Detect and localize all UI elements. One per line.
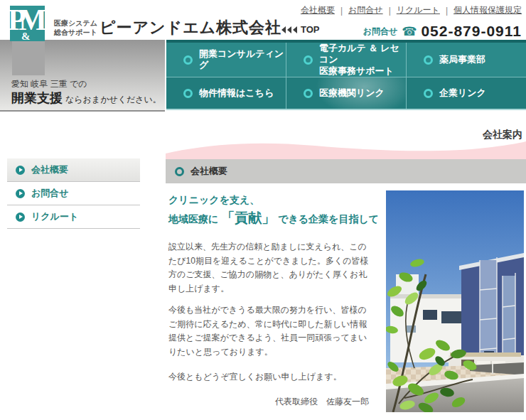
tagline-line2: 総合サポート <box>54 28 97 37</box>
nav-label: 物件情報はこちら <box>199 87 274 99</box>
nav-item-ehr-support[interactable]: 電子カルテ ＆ レセコン医療事務サポート <box>286 43 406 77</box>
divider <box>446 6 448 16</box>
nav-label: 医療機関リンク <box>319 87 385 99</box>
heading-line2-emphasis: 「貢献」 <box>221 210 275 225</box>
top-link-company-overview[interactable]: 会社概要 <box>301 4 335 16</box>
ring-bullet-icon <box>424 55 433 65</box>
sidebar-item-contact[interactable]: お問合せ <box>7 182 140 205</box>
paragraph: 今後ともどうぞ宜しくお願い申し上げます。 <box>168 370 369 384</box>
arrow-circle-icon <box>16 189 25 198</box>
ring-bullet-icon <box>183 55 193 65</box>
logo-shadow-block <box>12 41 45 75</box>
logo-letter-m: M <box>18 6 45 37</box>
logo-tagline: 医療システム 総合サポート <box>54 18 97 37</box>
section-header: 会社概要 <box>166 159 526 183</box>
section-title: 会社概要 <box>190 165 227 178</box>
top-utility-links: 会社概要 お問合せ リクルート 個人情報保護規定 <box>301 4 522 16</box>
nav-item-property-info[interactable]: 物件情報はこちら <box>166 77 286 109</box>
support-strong: 開業支援 <box>11 91 63 105</box>
sidebar-item-label: お問合せ <box>31 187 69 200</box>
nav-label: 薬局事業部 <box>439 54 485 65</box>
back-to-top-link[interactable]: TOP <box>281 24 320 35</box>
chevron-left-icon <box>293 26 297 33</box>
nav-label: 電子カルテ ＆ レセコン医療事務サポート <box>319 43 406 77</box>
ring-bullet-icon <box>183 89 193 98</box>
chevron-left-icon <box>281 26 286 33</box>
arrow-circle-icon <box>16 212 25 222</box>
clinic-building-photo <box>386 190 524 412</box>
greeting-text: 設立以来、先生方の信頼と励ましに支えられ、このたび10期目を迎えることができまし… <box>168 240 369 409</box>
ring-bullet-icon <box>424 89 433 98</box>
ring-bullet-icon <box>304 55 313 65</box>
ring-bullet-icon <box>175 167 184 176</box>
sidebar-item-company-overview[interactable]: 会社概要 <box>7 158 140 182</box>
phone-icon: ☎ <box>402 24 417 39</box>
region-text: 愛知 岐阜 三重 での <box>11 78 87 90</box>
sidebar-item-label: 会社概要 <box>31 163 68 176</box>
tagline-line1: 医療システム <box>54 18 97 28</box>
president-signature: 代表取締役 佐藤友一郎 <box>168 395 369 409</box>
sidebar-item-recruit[interactable]: リクルート <box>7 205 140 229</box>
chevron-left-icon <box>287 26 291 33</box>
heading-line2: 地域医療に 「貢献」 できる企業を目指して <box>168 209 379 228</box>
phone-number: 052-879-0911 <box>421 23 522 40</box>
nav-label: 開業コンサルティング <box>199 48 286 71</box>
header-contact: お問合せ ☎ 052-879-0911 <box>363 23 522 40</box>
top-button-label: TOP <box>301 24 320 35</box>
arrow-circle-icon <box>16 166 25 175</box>
heading-line2-post: できる企業を目指して <box>278 213 379 225</box>
ring-bullet-icon <box>304 89 313 98</box>
nav-item-medical-links[interactable]: 医療機関リンク <box>286 77 406 109</box>
top-link-recruit[interactable]: リクルート <box>397 4 440 16</box>
top-link-privacy-policy[interactable]: 個人情報保護規定 <box>453 4 522 16</box>
pink-wave-decoration <box>166 140 526 159</box>
nav-label-line2: 医療事務サポート <box>319 65 406 77</box>
divider <box>340 6 343 16</box>
nav-item-pharmacy-division[interactable]: 薬局事業部 <box>407 43 526 77</box>
nav-label-line1: 電子カルテ ＆ レセコン <box>319 43 406 65</box>
top-link-contact[interactable]: お問合せ <box>348 4 383 16</box>
divider <box>389 6 391 16</box>
paragraph: 今後も当社ができうる最大限の努力を行い、皆様のご期待に応えるため、常に時代に即し… <box>168 303 369 359</box>
heading-line2-pre: 地域医療に <box>168 213 218 225</box>
main-navigation: 開業コンサルティング 電子カルテ ＆ レセコン医療事務サポート 薬局事業部 物件… <box>166 40 526 110</box>
support-rest: ならおまかせください。 <box>65 95 161 104</box>
nav-item-opening-consulting[interactable]: 開業コンサルティング <box>166 43 286 77</box>
nav-item-corporate-links[interactable]: 企業リンク <box>407 77 526 109</box>
support-text: 開業支援ならおまかせください。 <box>11 90 161 107</box>
nav-label: 企業リンク <box>439 87 486 99</box>
contact-label: お問合せ <box>363 26 398 38</box>
sidebar-menu: 会社概要 お問合せ リクルート <box>7 158 140 229</box>
company-name: ピーアンドエム株式会社 <box>100 17 281 38</box>
sidebar-item-label: リクルート <box>31 210 78 223</box>
company-logo[interactable]: P & M <box>10 6 45 41</box>
page: 会社概要 お問合せ リクルート 個人情報保護規定 P & M 医療システム 総合… <box>0 0 526 420</box>
heading-line1: クリニックを支え、 <box>168 191 379 209</box>
paragraph: 設立以来、先生方の信頼と励ましに支えられ、このたび10期目を迎えることができまし… <box>168 240 369 296</box>
page-heading: クリニックを支え、 地域医療に 「貢献」 できる企業を目指して <box>168 191 379 228</box>
